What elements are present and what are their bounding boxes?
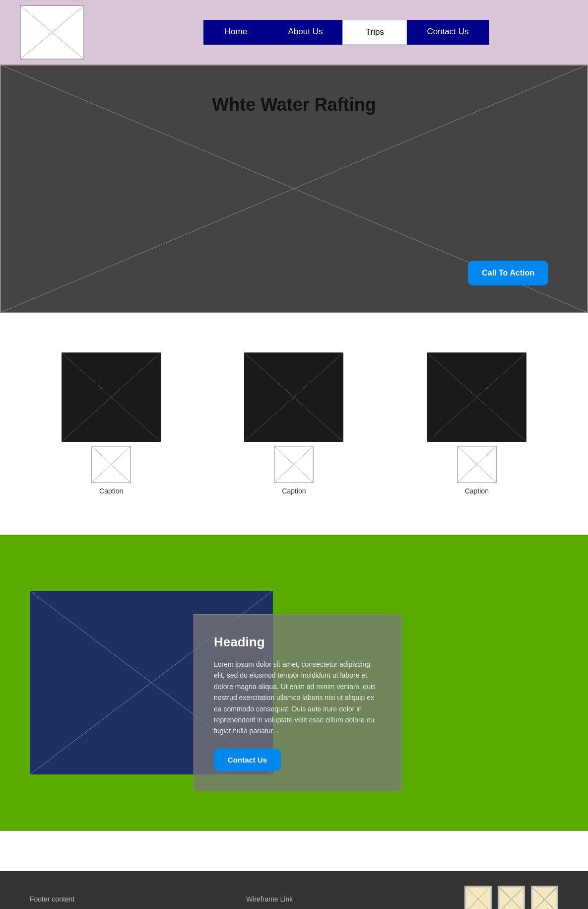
- gallery-section: Caption Caption: [0, 313, 588, 535]
- svg-line-1: [21, 6, 83, 59]
- gallery-large-image-2: [244, 352, 343, 442]
- caption-2: Caption: [282, 487, 306, 495]
- svg-line-0: [21, 6, 83, 59]
- info-body: Lorem ipsum dolor sit amet, consectetur …: [214, 659, 382, 737]
- footer-content: Footer content: [30, 895, 74, 903]
- footer: Footer content Wireframe Link: [0, 871, 588, 909]
- hero-section: Whte Water Rafting Call To Action: [0, 65, 588, 313]
- gallery-large-image-1: [62, 352, 161, 442]
- contact-button[interactable]: Contact Us: [214, 749, 281, 771]
- caption-3: Caption: [465, 487, 489, 495]
- svg-rect-30: [499, 887, 524, 909]
- footer-icon-3: [531, 886, 558, 909]
- info-card: Heading Lorem ipsum dolor sit amet, cons…: [194, 614, 402, 791]
- logo: [20, 5, 84, 60]
- navigation: Home About Us Trips Contact Us: [124, 20, 568, 45]
- caption-1: Caption: [99, 487, 123, 495]
- footer-icon-2: [498, 886, 525, 909]
- svg-rect-26: [465, 887, 491, 909]
- nav-about[interactable]: About Us: [268, 20, 342, 45]
- svg-rect-34: [532, 887, 557, 909]
- cta-button[interactable]: Call To Action: [468, 261, 548, 285]
- gallery-item-2: Caption: [219, 352, 368, 495]
- nav-trips[interactable]: Trips: [342, 20, 407, 45]
- info-section: Heading Lorem ipsum dolor sit amet, cons…: [0, 535, 588, 831]
- footer-icon-1: [464, 886, 492, 909]
- gallery-small-image-2: [274, 446, 314, 483]
- gallery-item-1: Caption: [37, 352, 186, 495]
- spacer: [0, 831, 588, 871]
- nav-contact[interactable]: Contact Us: [407, 20, 488, 45]
- info-heading: Heading: [214, 634, 382, 650]
- nav-home[interactable]: Home: [203, 20, 268, 45]
- hero-title: Whte Water Rafting: [212, 94, 376, 115]
- footer-icons: [464, 886, 558, 909]
- gallery-item-3: Caption: [402, 352, 551, 495]
- gallery-small-image-1: [91, 446, 131, 483]
- footer-link[interactable]: Wireframe Link: [246, 895, 293, 903]
- header: Home About Us Trips Contact Us: [0, 0, 588, 65]
- gallery-large-image-3: [427, 352, 526, 442]
- gallery-small-image-3: [457, 446, 497, 483]
